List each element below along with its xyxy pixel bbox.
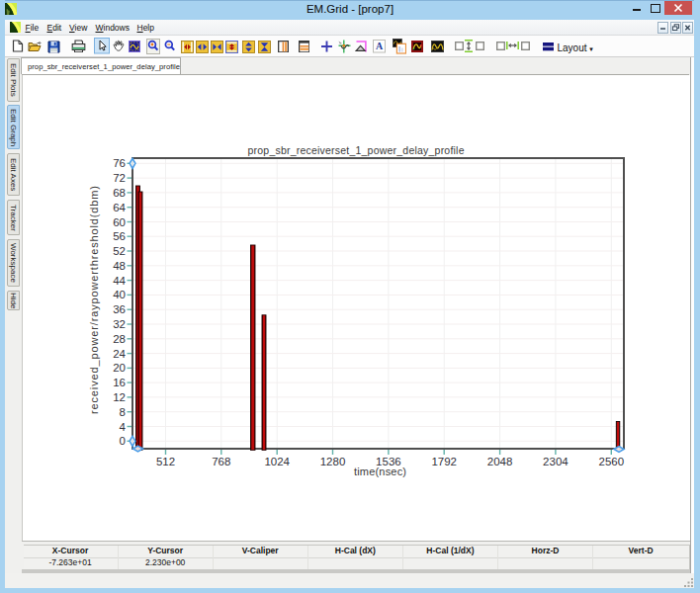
svg-text:20: 20 xyxy=(113,362,126,374)
svg-text:44: 44 xyxy=(113,275,126,287)
svg-text:72: 72 xyxy=(113,172,126,184)
svg-text:64: 64 xyxy=(113,202,126,213)
svg-text:A: A xyxy=(376,41,384,51)
svg-text:48: 48 xyxy=(113,260,126,272)
svg-text:2048: 2048 xyxy=(486,456,512,467)
svg-text:52: 52 xyxy=(113,245,126,257)
svg-text:512: 512 xyxy=(155,456,174,467)
svg-text:time(nsec): time(nsec) xyxy=(354,466,406,477)
svg-text:56: 56 xyxy=(113,230,126,242)
svg-text:8: 8 xyxy=(119,406,125,418)
svg-text:1280: 1280 xyxy=(319,456,345,467)
svg-text:2560: 2560 xyxy=(598,456,624,467)
svg-text:0: 0 xyxy=(119,435,125,447)
svg-text:36: 36 xyxy=(113,303,126,315)
svg-text:40: 40 xyxy=(113,289,126,300)
svg-text:prop_sbr_receiverset_1_power_d: prop_sbr_receiverset_1_power_delay_profi… xyxy=(247,144,464,156)
svg-text:68: 68 xyxy=(113,187,126,199)
svg-text:60: 60 xyxy=(113,216,126,228)
svg-text:4: 4 xyxy=(119,421,126,433)
svg-text:16: 16 xyxy=(113,377,126,388)
svg-text:76: 76 xyxy=(113,157,126,169)
svg-text:2304: 2304 xyxy=(543,456,569,467)
svg-text:32: 32 xyxy=(113,318,126,330)
svg-text:12: 12 xyxy=(113,391,126,403)
svg-text:24: 24 xyxy=(113,348,126,360)
svg-text:1792: 1792 xyxy=(431,456,457,467)
svg-text:28: 28 xyxy=(113,333,126,345)
svg-text:1024: 1024 xyxy=(264,456,290,467)
svg-text:received_power/raypowerthresho: received_power/raypowerthreshold(dbm) xyxy=(88,186,100,414)
svg-text:768: 768 xyxy=(212,456,230,467)
